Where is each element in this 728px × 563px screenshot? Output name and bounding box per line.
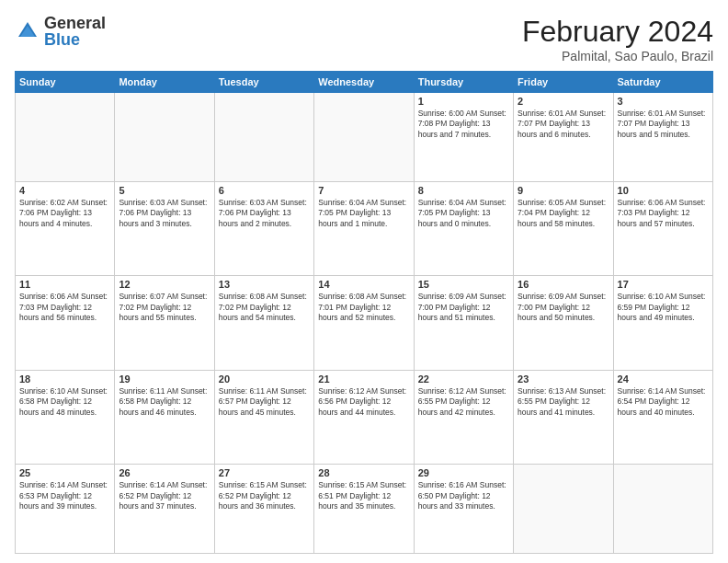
day-info: Sunrise: 6:12 AM Sunset: 6:56 PM Dayligh… (318, 386, 409, 418)
logo-general: General (44, 14, 106, 32)
table-row (314, 93, 414, 182)
day-info: Sunrise: 6:07 AM Sunset: 7:02 PM Dayligh… (119, 292, 210, 323)
day-info: Sunrise: 6:02 AM Sunset: 7:06 PM Dayligh… (19, 198, 110, 229)
calendar-header-row: Sunday Monday Tuesday Wednesday Thursday… (16, 72, 713, 93)
header: General Blue February 2024 Palmital, Sao… (15, 15, 713, 63)
table-row: 5Sunrise: 6:03 AM Sunset: 7:06 PM Daylig… (115, 181, 214, 276)
day-number: 10 (618, 185, 709, 196)
day-info: Sunrise: 6:09 AM Sunset: 7:00 PM Dayligh… (418, 292, 509, 323)
day-number: 9 (518, 185, 609, 196)
day-number: 7 (318, 185, 409, 196)
day-info: Sunrise: 6:16 AM Sunset: 6:50 PM Dayligh… (418, 480, 509, 511)
day-info: Sunrise: 6:03 AM Sunset: 7:06 PM Dayligh… (219, 198, 310, 229)
calendar-week-0: 1Sunrise: 6:00 AM Sunset: 7:08 PM Daylig… (16, 93, 713, 182)
day-info: Sunrise: 6:14 AM Sunset: 6:52 PM Dayligh… (119, 480, 210, 511)
day-info: Sunrise: 6:08 AM Sunset: 7:01 PM Dayligh… (318, 292, 409, 323)
table-row: 17Sunrise: 6:10 AM Sunset: 6:59 PM Dayli… (613, 276, 712, 371)
day-info: Sunrise: 6:00 AM Sunset: 7:08 PM Dayligh… (418, 109, 509, 140)
table-row: 4Sunrise: 6:02 AM Sunset: 7:06 PM Daylig… (16, 181, 115, 276)
logo-text: General Blue (44, 15, 106, 48)
day-info: Sunrise: 6:11 AM Sunset: 6:58 PM Dayligh… (119, 386, 210, 418)
col-sunday: Sunday (16, 72, 115, 93)
calendar-week-1: 4Sunrise: 6:02 AM Sunset: 7:06 PM Daylig… (16, 181, 713, 276)
day-number: 21 (318, 373, 409, 385)
location: Palmital, Sao Paulo, Brazil (522, 49, 713, 63)
table-row: 10Sunrise: 6:06 AM Sunset: 7:03 PM Dayli… (613, 181, 712, 276)
day-number: 4 (19, 185, 110, 196)
col-wednesday: Wednesday (314, 72, 414, 93)
day-info: Sunrise: 6:06 AM Sunset: 7:03 PM Dayligh… (19, 292, 110, 323)
table-row: 14Sunrise: 6:08 AM Sunset: 7:01 PM Dayli… (314, 276, 414, 371)
day-number: 26 (119, 467, 210, 478)
page: General Blue February 2024 Palmital, Sao… (0, 0, 728, 563)
col-monday: Monday (115, 72, 214, 93)
logo-icon (15, 18, 40, 44)
day-info: Sunrise: 6:14 AM Sunset: 6:54 PM Dayligh… (618, 386, 709, 418)
col-thursday: Thursday (414, 72, 513, 93)
day-info: Sunrise: 6:08 AM Sunset: 7:02 PM Dayligh… (219, 292, 310, 323)
day-number: 29 (418, 467, 509, 478)
day-info: Sunrise: 6:06 AM Sunset: 7:03 PM Dayligh… (618, 198, 709, 229)
table-row: 15Sunrise: 6:09 AM Sunset: 7:00 PM Dayli… (414, 276, 513, 371)
day-number: 11 (19, 279, 110, 290)
table-row (514, 465, 613, 554)
table-row: 9Sunrise: 6:05 AM Sunset: 7:04 PM Daylig… (514, 181, 613, 276)
day-number: 16 (518, 279, 609, 290)
table-row: 28Sunrise: 6:15 AM Sunset: 6:51 PM Dayli… (314, 465, 414, 554)
calendar-week-2: 11Sunrise: 6:06 AM Sunset: 7:03 PM Dayli… (16, 276, 713, 371)
day-number: 15 (418, 279, 509, 290)
day-info: Sunrise: 6:04 AM Sunset: 7:05 PM Dayligh… (318, 198, 409, 229)
table-row: 22Sunrise: 6:12 AM Sunset: 6:55 PM Dayli… (414, 370, 513, 465)
table-row (214, 93, 313, 182)
day-number: 19 (119, 373, 210, 385)
day-number: 6 (219, 185, 310, 196)
day-number: 12 (119, 279, 210, 290)
table-row (613, 465, 712, 554)
table-row: 27Sunrise: 6:15 AM Sunset: 6:52 PM Dayli… (214, 465, 313, 554)
day-info: Sunrise: 6:12 AM Sunset: 6:55 PM Dayligh… (418, 386, 509, 418)
day-info: Sunrise: 6:04 AM Sunset: 7:05 PM Dayligh… (418, 198, 509, 229)
day-info: Sunrise: 6:10 AM Sunset: 6:58 PM Dayligh… (19, 386, 110, 418)
logo: General Blue (15, 15, 106, 48)
day-number: 28 (318, 467, 409, 478)
day-info: Sunrise: 6:01 AM Sunset: 7:07 PM Dayligh… (618, 109, 709, 140)
table-row: 2Sunrise: 6:01 AM Sunset: 7:07 PM Daylig… (514, 93, 613, 182)
day-number: 2 (518, 96, 609, 107)
day-number: 13 (219, 279, 310, 290)
table-row: 6Sunrise: 6:03 AM Sunset: 7:06 PM Daylig… (214, 181, 313, 276)
month-year: February 2024 (522, 15, 713, 49)
col-friday: Friday (514, 72, 613, 93)
day-info: Sunrise: 6:15 AM Sunset: 6:51 PM Dayligh… (318, 480, 409, 511)
table-row: 13Sunrise: 6:08 AM Sunset: 7:02 PM Dayli… (214, 276, 313, 371)
day-info: Sunrise: 6:13 AM Sunset: 6:55 PM Dayligh… (518, 386, 609, 418)
day-number: 8 (418, 185, 509, 196)
table-row: 25Sunrise: 6:14 AM Sunset: 6:53 PM Dayli… (16, 465, 115, 554)
calendar-week-3: 18Sunrise: 6:10 AM Sunset: 6:58 PM Dayli… (16, 370, 713, 465)
day-info: Sunrise: 6:10 AM Sunset: 6:59 PM Dayligh… (618, 292, 709, 323)
table-row: 19Sunrise: 6:11 AM Sunset: 6:58 PM Dayli… (115, 370, 214, 465)
logo-blue: Blue (44, 30, 80, 49)
table-row (115, 93, 214, 182)
day-info: Sunrise: 6:03 AM Sunset: 7:06 PM Dayligh… (119, 198, 210, 229)
day-info: Sunrise: 6:09 AM Sunset: 7:00 PM Dayligh… (518, 292, 609, 323)
table-row: 24Sunrise: 6:14 AM Sunset: 6:54 PM Dayli… (613, 370, 712, 465)
calendar-table: Sunday Monday Tuesday Wednesday Thursday… (15, 71, 713, 554)
col-saturday: Saturday (613, 72, 712, 93)
table-row: 23Sunrise: 6:13 AM Sunset: 6:55 PM Dayli… (514, 370, 613, 465)
table-row: 29Sunrise: 6:16 AM Sunset: 6:50 PM Dayli… (414, 465, 513, 554)
day-info: Sunrise: 6:01 AM Sunset: 7:07 PM Dayligh… (518, 109, 609, 140)
table-row: 11Sunrise: 6:06 AM Sunset: 7:03 PM Dayli… (16, 276, 115, 371)
day-number: 27 (219, 467, 310, 478)
day-number: 1 (418, 96, 509, 107)
day-number: 20 (219, 373, 310, 385)
day-number: 24 (618, 373, 709, 385)
table-row (16, 93, 115, 182)
day-number: 22 (418, 373, 509, 385)
table-row: 26Sunrise: 6:14 AM Sunset: 6:52 PM Dayli… (115, 465, 214, 554)
day-number: 23 (518, 373, 609, 385)
day-number: 3 (618, 96, 709, 107)
day-info: Sunrise: 6:14 AM Sunset: 6:53 PM Dayligh… (19, 480, 110, 511)
day-number: 14 (318, 279, 409, 290)
table-row: 12Sunrise: 6:07 AM Sunset: 7:02 PM Dayli… (115, 276, 214, 371)
day-info: Sunrise: 6:05 AM Sunset: 7:04 PM Dayligh… (518, 198, 609, 229)
